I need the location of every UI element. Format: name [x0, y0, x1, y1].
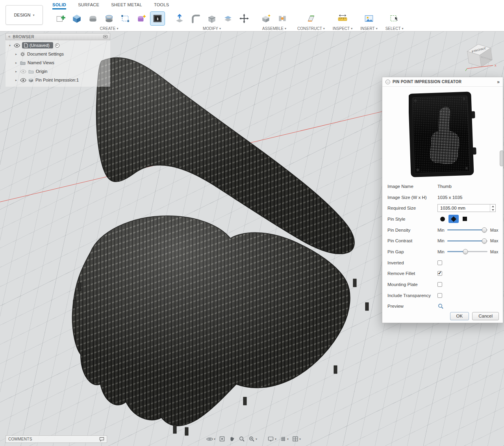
visibility-eye-icon[interactable]: [14, 43, 20, 48]
dialog-header[interactable]: – PIN POINT IMPRESSION CREATOR »: [382, 77, 503, 87]
measure-icon[interactable]: [335, 12, 350, 25]
chevron-down-icon[interactable]: ▾: [256, 437, 257, 441]
tab-surface[interactable]: SURFACE: [78, 0, 99, 9]
required-size-input[interactable]: 1035.00 mm: [437, 204, 496, 212]
rectangular-pattern-icon[interactable]: [118, 12, 132, 25]
tree-collapsed-icon[interactable]: ▸: [14, 70, 18, 73]
create-sketch-icon[interactable]: [54, 12, 68, 25]
joint-icon[interactable]: [275, 12, 289, 25]
construct-group-dropdown[interactable]: CONSTRUCT▾: [297, 26, 325, 31]
pin-style-diamond-option-selected[interactable]: [448, 215, 459, 223]
chevron-down-icon[interactable]: ▾: [214, 437, 215, 441]
construction-plane-icon[interactable]: [304, 12, 318, 25]
pan-tool[interactable]: [229, 436, 235, 442]
cylinder-primitive-icon[interactable]: [102, 12, 116, 25]
group-modify: MODIFY▾: [169, 9, 255, 31]
chevron-down-icon[interactable]: ▾: [287, 437, 289, 441]
preview-search-icon[interactable]: [437, 303, 444, 309]
inverted-checkbox[interactable]: [437, 260, 442, 265]
include-transparency-checkbox[interactable]: [437, 293, 442, 298]
tree-row-origin[interactable]: ▸ Origin: [6, 67, 110, 76]
assemble-group-dropdown[interactable]: ASSEMBLE▾: [262, 26, 286, 31]
new-component-icon[interactable]: [259, 12, 273, 25]
row-image-name: Image Name Thumb: [387, 181, 499, 192]
row-required-size: Required Size 1035.00 mm: [387, 203, 499, 214]
remove-fillet-checkbox[interactable]: [437, 271, 442, 276]
spinner-up-button[interactable]: [490, 204, 495, 208]
combine-icon[interactable]: [221, 12, 235, 25]
chevron-down-icon[interactable]: ▾: [275, 437, 276, 441]
create-group-dropdown[interactable]: CREATE▾: [100, 26, 119, 31]
tree-item-label[interactable]: Document Settings: [27, 52, 64, 56]
select-group-dropdown[interactable]: SELECT▾: [385, 26, 404, 31]
display-monitor-icon: [267, 436, 274, 442]
panel-options-icon[interactable]: [103, 35, 107, 38]
slider-handle[interactable]: [482, 227, 487, 232]
design-menu-button[interactable]: DESIGN ▾: [6, 5, 43, 25]
tree-item-label[interactable]: Named Views: [28, 60, 54, 65]
plastic-feature-icon[interactable]: [134, 12, 148, 25]
chevron-down-icon[interactable]: ▾: [299, 437, 301, 441]
tree-row-document-settings[interactable]: ▸ Document Settings: [6, 50, 110, 58]
pin-contrast-slider[interactable]: [447, 238, 487, 244]
modify-group-dropdown[interactable]: MODIFY▾: [203, 26, 221, 31]
pin-style-square-option[interactable]: [460, 215, 470, 223]
tree-collapsed-icon[interactable]: ▸: [14, 61, 18, 65]
tree-collapsed-icon[interactable]: ▸: [14, 52, 18, 56]
comments-bar[interactable]: COMMENTS: [6, 435, 107, 443]
dialog-snap-handle[interactable]: [500, 151, 503, 166]
pin-style-circle-option[interactable]: [437, 215, 448, 223]
insert-image-icon[interactable]: [362, 12, 376, 25]
magnifier-icon: [239, 436, 245, 442]
orbit-tool[interactable]: ▾: [206, 436, 215, 442]
select-cursor-icon[interactable]: [387, 12, 402, 25]
cancel-button[interactable]: Cancel: [472, 312, 499, 320]
viewport-layout[interactable]: ▾: [292, 436, 301, 442]
press-pull-icon[interactable]: [172, 12, 187, 25]
slider-handle[interactable]: [463, 249, 468, 254]
activate-component-radio[interactable]: [55, 43, 59, 48]
tree-expanded-icon[interactable]: ▾: [8, 44, 12, 47]
inspect-group-dropdown[interactable]: INSPECT▾: [333, 26, 352, 31]
row-include-transparency: Include Transparency: [387, 290, 499, 301]
comment-bubble-icon[interactable]: [99, 437, 104, 442]
tab-sheet-metal[interactable]: SHEET METAL: [111, 0, 142, 9]
pin-density-slider[interactable]: [447, 227, 487, 233]
grid-and-snaps[interactable]: ▾: [280, 436, 289, 442]
slider-handle[interactable]: [482, 238, 487, 243]
tab-solid[interactable]: SOLID: [52, 0, 66, 9]
collapse-dialog-icon[interactable]: –: [385, 80, 390, 84]
box-primitive-icon[interactable]: [70, 12, 84, 25]
view-cube[interactable]: FRONT BOTTOM X: [461, 39, 498, 72]
spinner-down-button[interactable]: [490, 208, 495, 212]
visibility-eye-icon[interactable]: [20, 78, 26, 82]
move-copy-icon[interactable]: [237, 12, 251, 25]
mounting-plate-checkbox[interactable]: [437, 282, 442, 287]
create-form-icon[interactable]: [86, 12, 100, 25]
tree-row-root[interactable]: ▾ (Unsaved): [6, 41, 110, 50]
browser-header[interactable]: « BROWSER: [6, 33, 110, 40]
shell-icon[interactable]: [205, 12, 219, 25]
ok-button[interactable]: OK: [450, 312, 469, 320]
tab-tools[interactable]: TOOLS: [154, 0, 169, 9]
zoom-window-tool[interactable]: ▾: [248, 436, 257, 442]
tree-collapsed-icon[interactable]: ▸: [14, 78, 18, 82]
look-at-tool[interactable]: [219, 436, 225, 442]
tree-item-label[interactable]: Origin: [36, 69, 47, 74]
visibility-off-eye-icon[interactable]: [20, 69, 26, 74]
zoom-tool[interactable]: [239, 436, 245, 442]
browser-title: BROWSER: [13, 35, 101, 39]
detach-dialog-icon[interactable]: »: [497, 79, 500, 85]
display-settings[interactable]: ▾: [267, 436, 276, 442]
tree-row-pin-point-impression[interactable]: ▸ Pin Point Impression:1: [6, 76, 110, 84]
pin-point-impression-tool-icon[interactable]: [150, 12, 165, 25]
pin-gap-slider[interactable]: [447, 249, 487, 255]
insert-group-dropdown[interactable]: INSERT▾: [360, 26, 378, 31]
pin-model-thumbs-up[interactable]: [55, 43, 382, 437]
tree-item-label[interactable]: Pin Point Impression:1: [35, 78, 79, 82]
row-remove-fillet: Remove Fillet: [387, 268, 499, 279]
collapse-panel-icon[interactable]: «: [8, 35, 11, 39]
tree-row-named-views[interactable]: ▸ Named Views: [6, 58, 110, 67]
document-root-item[interactable]: (Unsaved): [22, 42, 53, 48]
fillet-icon[interactable]: [189, 12, 203, 25]
